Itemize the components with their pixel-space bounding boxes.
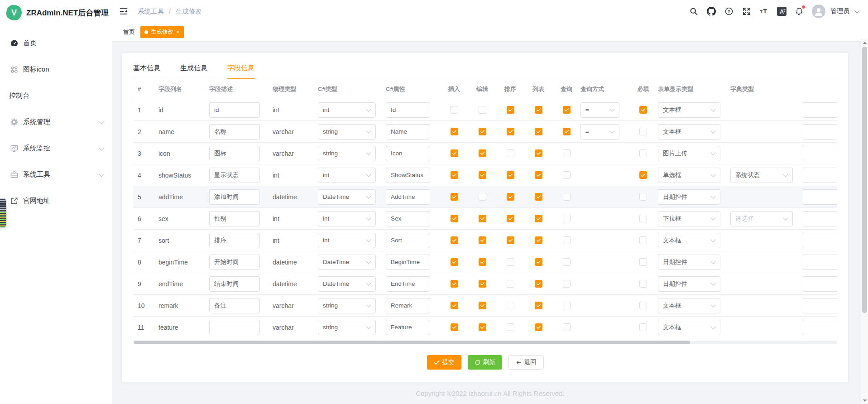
font-size-icon[interactable]: TT [759, 6, 769, 16]
sort-checkbox[interactable] [507, 128, 514, 135]
display-type-select[interactable]: 日期控件 [658, 189, 720, 205]
field-desc-input[interactable] [209, 255, 260, 270]
cs-prop-input[interactable] [386, 102, 430, 118]
tag-active[interactable]: 生成修改 × [140, 26, 184, 38]
extra-input[interactable] [803, 255, 837, 270]
field-desc-input[interactable] [209, 298, 260, 313]
sidebar-item-console[interactable]: 控制台 [0, 82, 112, 109]
list-checkbox[interactable] [535, 215, 542, 222]
sort-checkbox[interactable] [507, 215, 514, 222]
tag-close-icon[interactable]: × [176, 29, 180, 35]
cs-prop-input[interactable] [386, 298, 430, 313]
edit-checkbox[interactable] [479, 236, 486, 244]
required-checkbox[interactable] [639, 106, 647, 114]
insert-checkbox[interactable] [451, 149, 458, 157]
help-icon[interactable]: ? [724, 6, 734, 16]
list-checkbox[interactable] [535, 280, 542, 288]
list-checkbox[interactable] [535, 258, 542, 266]
query-checkbox[interactable] [563, 215, 571, 222]
sort-checkbox[interactable] [507, 280, 514, 288]
cs-prop-input[interactable] [386, 211, 430, 226]
avatar[interactable] [812, 5, 825, 18]
extra-input[interactable] [803, 168, 837, 183]
required-checkbox[interactable] [639, 236, 647, 244]
sidebar-item-system-admin[interactable]: 系统管理 [0, 109, 112, 135]
insert-checkbox[interactable] [451, 323, 458, 331]
edit-checkbox[interactable] [479, 193, 486, 201]
field-desc-input[interactable] [209, 189, 260, 205]
extra-input[interactable] [803, 102, 837, 118]
edit-checkbox[interactable] [479, 302, 486, 309]
required-checkbox[interactable] [639, 280, 647, 288]
cs-prop-input[interactable] [386, 189, 430, 205]
submit-button[interactable]: 提交 [427, 355, 461, 370]
sort-checkbox[interactable] [507, 193, 514, 201]
query-checkbox[interactable] [563, 106, 571, 114]
field-desc-input[interactable] [209, 211, 260, 226]
query-checkbox[interactable] [563, 236, 571, 244]
required-checkbox[interactable] [639, 128, 647, 135]
display-type-select[interactable]: 文本框 [658, 102, 720, 118]
dict-type-select[interactable]: 请选择 [730, 211, 793, 226]
insert-checkbox[interactable] [451, 106, 458, 114]
insert-checkbox[interactable] [451, 171, 458, 179]
tab-generate-info[interactable]: 生成信息 [180, 60, 207, 79]
bell-icon[interactable] [794, 6, 804, 16]
edit-checkbox[interactable] [479, 215, 486, 222]
sort-checkbox[interactable] [507, 106, 514, 114]
list-checkbox[interactable] [535, 128, 542, 135]
required-checkbox[interactable] [639, 193, 647, 201]
display-type-select[interactable]: 文本框 [658, 320, 720, 335]
cs-type-select[interactable]: int [318, 168, 376, 183]
cs-prop-input[interactable] [386, 146, 430, 161]
sidebar-item-official-site[interactable]: 官网地址 [0, 188, 112, 214]
cs-type-select[interactable]: string [318, 146, 376, 161]
menu-fold-icon[interactable] [119, 6, 129, 16]
edit-checkbox[interactable] [479, 171, 486, 179]
cs-type-select[interactable]: string [318, 298, 376, 313]
display-type-select[interactable]: 文本框 [658, 298, 720, 313]
search-icon[interactable] [689, 6, 699, 16]
display-type-select[interactable]: 文本框 [658, 233, 720, 248]
cs-prop-input[interactable] [386, 276, 430, 292]
required-checkbox[interactable] [639, 215, 647, 222]
cs-type-select[interactable]: int [318, 211, 376, 226]
query-mode-select[interactable]: = [580, 124, 619, 139]
display-type-select[interactable]: 单选框 [658, 168, 720, 183]
cs-type-select[interactable]: DateTime [318, 189, 376, 205]
scroll-down-icon[interactable] [861, 397, 868, 404]
edit-checkbox[interactable] [479, 280, 486, 288]
insert-checkbox[interactable] [451, 128, 458, 135]
field-desc-input[interactable] [209, 102, 260, 118]
insert-checkbox[interactable] [451, 302, 458, 309]
query-checkbox[interactable] [563, 280, 571, 288]
cs-type-select[interactable]: int [318, 233, 376, 248]
sort-checkbox[interactable] [507, 149, 514, 157]
extra-input[interactable] [803, 276, 837, 292]
sidebar-item-system-tools[interactable]: 系统工具 [0, 161, 112, 188]
extra-input[interactable] [803, 320, 837, 335]
query-checkbox[interactable] [563, 193, 571, 201]
field-desc-input[interactable] [209, 320, 260, 335]
list-checkbox[interactable] [535, 149, 542, 157]
required-checkbox[interactable] [639, 258, 647, 266]
app-logo-row[interactable]: V ZRAdmin.NET后台管理 [0, 0, 112, 25]
cs-prop-input[interactable] [386, 168, 430, 183]
cs-prop-input[interactable] [386, 255, 430, 270]
edit-checkbox[interactable] [479, 323, 486, 331]
query-checkbox[interactable] [563, 302, 571, 309]
display-type-select[interactable]: 图片上传 [658, 146, 720, 161]
cs-type-select[interactable]: string [318, 320, 376, 335]
list-checkbox[interactable] [535, 193, 542, 201]
extra-input[interactable] [803, 298, 837, 313]
required-checkbox[interactable] [639, 323, 647, 331]
sort-checkbox[interactable] [507, 236, 514, 244]
extra-input[interactable] [803, 211, 837, 226]
list-checkbox[interactable] [535, 302, 542, 309]
cs-prop-input[interactable] [386, 233, 430, 248]
extra-input[interactable] [803, 233, 837, 248]
dict-type-select[interactable]: 系统状态 [730, 168, 793, 183]
sort-checkbox[interactable] [507, 323, 514, 331]
sidebar-item-home[interactable]: 首页 [0, 30, 112, 56]
required-checkbox[interactable] [639, 149, 647, 157]
